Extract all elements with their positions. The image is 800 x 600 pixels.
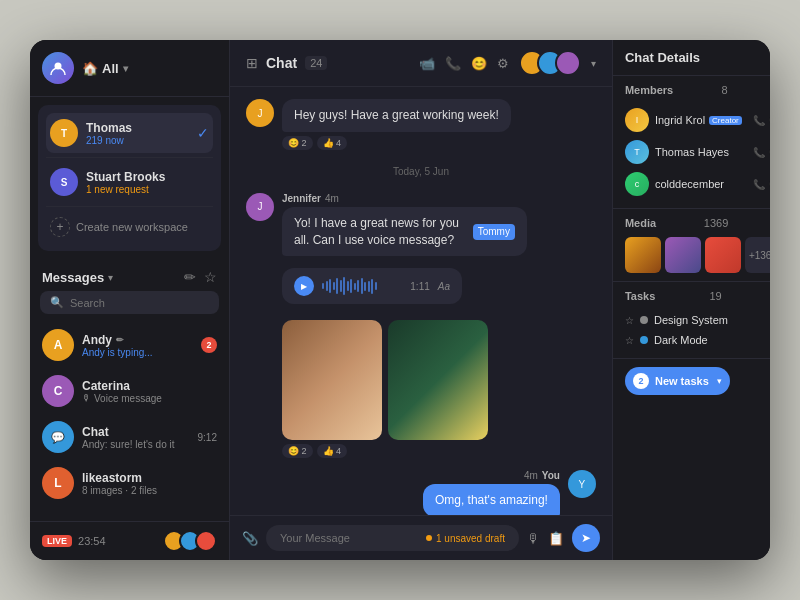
message-list: A Andy ✏ Andy is typing... 2 C	[30, 322, 229, 521]
member-name-thomas: Thomas Hayes	[655, 146, 747, 158]
workspace-item-stuart[interactable]: S Stuart Brooks 1 new request	[46, 162, 213, 202]
new-tasks-button[interactable]: 2 New tasks ▾	[625, 367, 730, 395]
attach-icon[interactable]: 📎	[242, 531, 258, 546]
msg-preview-caterina: 🎙 Voice message	[82, 393, 217, 404]
workspace-item-thomas[interactable]: T Thomas 219 now ✓	[46, 113, 213, 153]
member-info-thomas: Thomas Hayes	[655, 146, 747, 158]
media-thumb-2[interactable]	[665, 237, 701, 273]
audio-bubble: ▶	[282, 268, 462, 304]
msg-preview-likeastorm: 8 images · 2 files	[82, 485, 217, 496]
app-container: 🏠 All ▾ T Thomas 219 now ✓ S Stuart Broo…	[30, 40, 770, 560]
msg-name-chat: Chat	[82, 425, 190, 439]
create-workspace-label: Create new workspace	[76, 221, 188, 233]
call-icon-3[interactable]: 📞	[753, 179, 765, 190]
members-label: Members	[625, 84, 673, 96]
msg-info-andy: Andy ✏ Andy is typing...	[82, 333, 193, 358]
microphone-icon[interactable]: 🎙	[527, 531, 540, 546]
task-item-design: ☆ Design System ⊞	[625, 310, 770, 330]
message-item-caterina[interactable]: C Caterina 🎙 Voice message	[36, 368, 223, 414]
workspace-selector[interactable]: 🏠 All ▾	[82, 61, 128, 76]
msg-preview-chat: Andy: sure! let's do it	[82, 439, 190, 450]
emoji-icon[interactable]: 😊	[471, 56, 487, 71]
message-item-likeastorm[interactable]: L likeastorm 8 images · 2 files	[36, 460, 223, 506]
workspace-count-stuart: 1 new request	[86, 184, 209, 195]
msg-name-andy: Andy ✏	[82, 333, 193, 347]
member-item-thomas: T Thomas Hayes 📞 💬	[625, 136, 770, 168]
compose-icon[interactable]: ✏	[184, 269, 196, 285]
chevron-down-icon-messages: ▾	[108, 272, 113, 283]
workspace-card: T Thomas 219 now ✓ S Stuart Brooks 1 new…	[38, 105, 221, 251]
sidebar-header: 🏠 All ▾	[30, 40, 229, 97]
message-item-chat[interactable]: 💬 Chat Andy: sure! let's do it 9:12	[36, 414, 223, 460]
task-name-design: Design System	[654, 314, 767, 326]
reaction-img-2[interactable]: 👍 4	[317, 444, 348, 458]
workspace-count-thomas: 219 now	[86, 135, 189, 146]
workspace-avatar-stuart: S	[50, 168, 78, 196]
msg-preview-andy: Andy is typing...	[82, 347, 193, 358]
chat-icon-3[interactable]: 💬	[769, 179, 770, 190]
left-sidebar: 🏠 All ▾ T Thomas 219 now ✓ S Stuart Broo…	[30, 40, 230, 560]
tasks-section-header: Tasks 19 ▾	[625, 290, 770, 302]
call-icon[interactable]: 📞	[753, 115, 765, 126]
star-icon[interactable]: ☆	[204, 269, 217, 285]
new-tasks-badge: 2	[633, 373, 649, 389]
member-actions-ingrid: 📞 💬	[753, 115, 770, 126]
call-icon-2[interactable]: 📞	[753, 147, 765, 158]
workspace-name-thomas: Thomas	[86, 121, 189, 135]
send-button[interactable]: ➤	[572, 524, 600, 552]
avatar-caterina: C	[42, 375, 74, 407]
chat-header-actions: 📹 📞 😊 ⚙ ▾	[419, 50, 596, 76]
chat-icon-2[interactable]: 💬	[769, 147, 770, 158]
paperclip-icon[interactable]: 📋	[548, 531, 564, 546]
create-workspace-button[interactable]: + Create new workspace	[46, 211, 213, 243]
checkmark-icon: ✓	[197, 125, 209, 141]
waveform	[322, 276, 402, 296]
reaction-2[interactable]: 👍 4	[317, 136, 348, 150]
play-button[interactable]: ▶	[294, 276, 314, 296]
msg-info-caterina: Caterina 🎙 Voice message	[82, 379, 217, 404]
message-bubble-you-1: Omg, that's amazing!	[423, 484, 560, 515]
footer-avatars	[163, 530, 217, 552]
member-avatar-thomas: T	[625, 140, 649, 164]
message-item-andy[interactable]: A Andy ✏ Andy is typing... 2	[36, 322, 223, 368]
settings-icon[interactable]: ⚙	[497, 56, 509, 71]
chat-icon[interactable]: 💬	[769, 115, 770, 126]
reaction-img-1[interactable]: 😊 2	[282, 444, 313, 458]
chat-input[interactable]	[280, 532, 418, 544]
msg-time-chat: 9:12	[198, 432, 217, 443]
bubble-content-jennifer: Jennifer 4m Yo! I have a great news for …	[282, 193, 527, 257]
media-thumb-1[interactable]	[625, 237, 661, 273]
media-thumb-3[interactable]	[705, 237, 741, 273]
task-item-dark: ☆ Dark Mode ⊞	[625, 330, 770, 350]
new-tasks-chevron-icon: ▾	[717, 376, 722, 386]
chat-image-2	[388, 320, 488, 440]
star-icon-task-2[interactable]: ☆	[625, 335, 634, 346]
member-item-ingrid: I Ingrid Krol Creator 📞 💬	[625, 104, 770, 136]
input-actions: 🎙 📋	[527, 531, 564, 546]
sidebar-footer: LIVE 23:54	[30, 521, 229, 560]
search-input[interactable]	[70, 297, 209, 309]
bubble-avatar-you: Y	[568, 470, 596, 498]
tasks-count: 19	[710, 290, 722, 302]
msg-name-caterina: Caterina	[82, 379, 217, 393]
avatar-likeastorm: L	[42, 467, 74, 499]
draft-dot	[426, 535, 432, 541]
messages-title: Messages	[42, 270, 104, 285]
task-dot-1	[640, 316, 648, 324]
member-actions-cold: 📞 💬	[753, 179, 770, 190]
search-icon: 🔍	[50, 296, 64, 309]
media-count-badge[interactable]: +1366	[745, 237, 770, 273]
reaction-row-images: 😊 2 👍 4	[282, 444, 488, 458]
bubble-avatar-jennifer: J	[246, 193, 274, 221]
bubble-content-images: 😊 2 👍 4	[282, 316, 488, 458]
star-icon-task-1[interactable]: ☆	[625, 315, 634, 326]
msg-name-likeastorm: likeastorm	[82, 471, 217, 485]
phone-icon[interactable]: 📞	[445, 56, 461, 71]
tasks-label: Tasks	[625, 290, 655, 302]
video-icon[interactable]: 📹	[419, 56, 435, 71]
image-row	[282, 320, 488, 440]
member-avatar-ingrid: I	[625, 108, 649, 132]
reaction-1[interactable]: 😊 2	[282, 136, 313, 150]
bubble-meta-jennifer: Jennifer 4m	[282, 193, 527, 204]
member-name-cold: colddecember	[655, 178, 747, 190]
